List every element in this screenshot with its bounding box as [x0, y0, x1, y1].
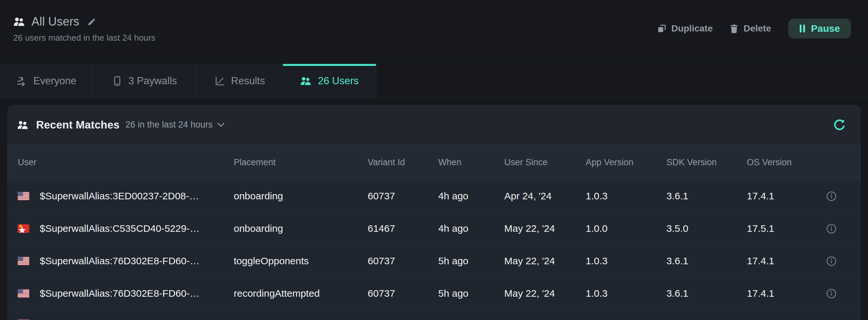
info-button[interactable]	[826, 256, 836, 266]
column-header: User	[7, 157, 234, 168]
os-version-cell: 17.4.1	[747, 288, 811, 299]
table-row[interactable]: $SuperwallAlias:76D302E8-FD60-… toggleOp…	[7, 245, 861, 277]
trash-icon	[730, 24, 738, 33]
tab-results[interactable]: Results	[196, 64, 283, 98]
column-header: User Since	[504, 157, 586, 168]
os-version-cell: 17.4.1	[747, 255, 811, 266]
users-icon	[17, 120, 29, 130]
delete-button[interactable]: Delete	[730, 23, 771, 34]
user-since-cell: May 22, '24	[504, 288, 586, 299]
table-row[interactable]: $SuperwallAlias:C535CD40-5229-… onboardi…	[7, 212, 861, 245]
app-version-cell: 1.0.3	[586, 288, 666, 299]
info-button[interactable]	[826, 288, 836, 299]
phone-icon	[112, 75, 122, 86]
table-row[interactable]: $SuperwallAlias:76D302E8-FD60-… recordin…	[7, 277, 861, 310]
panel-title: Recent Matches	[36, 119, 120, 131]
user-alias: $SuperwallAlias:3ED00237-2D08-…	[40, 190, 199, 202]
tab-bar: Everyone 3 Paywalls Results 26 Users	[0, 64, 868, 98]
column-header: SDK Version	[666, 157, 747, 168]
country-flag	[18, 289, 29, 298]
chevron-down-icon	[217, 122, 224, 127]
info-icon	[826, 288, 836, 299]
user-alias: $SuperwallAlias:76D302E8-FD60-…	[40, 288, 199, 299]
info-button[interactable]	[826, 224, 836, 234]
os-version-cell: 17.4.1	[747, 190, 811, 202]
app-version-cell: 1.0.3	[586, 255, 666, 266]
column-header: App Version	[586, 157, 666, 168]
sdk-version-cell: 3.6.1	[666, 255, 747, 266]
sdk-version-cell: 3.5.0	[666, 223, 747, 234]
placement-cell: onboarding	[234, 223, 368, 234]
when-cell: 4h ago	[438, 223, 504, 234]
variant-id-cell: 60737	[368, 190, 438, 202]
user-since-cell: May 22, '24	[504, 223, 586, 234]
country-flag	[18, 192, 29, 200]
info-icon	[826, 256, 836, 266]
user-since-cell: May 22, '24	[504, 255, 586, 266]
column-header: When	[438, 157, 504, 168]
user-since-cell: Apr 24, '24	[504, 190, 586, 202]
country-flag	[18, 257, 29, 265]
info-icon	[826, 224, 836, 234]
page-title: All Users	[32, 15, 80, 29]
audience-split-icon	[17, 75, 28, 86]
table-header-row: User Placement Variant Id When User Sinc…	[7, 145, 861, 180]
time-range-dropdown[interactable]: 26 in the last 24 hours	[125, 120, 224, 130]
sdk-version-cell: 3.6.1	[666, 288, 747, 299]
when-cell: 5h ago	[438, 288, 504, 299]
duplicate-icon	[657, 24, 666, 33]
pause-icon	[799, 24, 806, 33]
placement-cell: recordingAttempted	[234, 288, 368, 299]
table-row[interactable]: $SuperwallAlias:3ED00237-2D08-… onboardi…	[7, 180, 861, 212]
app-version-cell: 1.0.0	[586, 223, 666, 234]
app-version-cell: 1.0.3	[586, 190, 666, 202]
country-flag	[18, 224, 29, 233]
table-row-partial	[7, 310, 861, 320]
page-subtitle: 26 users matched in the last 24 hours	[13, 33, 156, 43]
variant-id-cell: 60737	[368, 288, 438, 299]
user-alias: $SuperwallAlias:76D302E8-FD60-…	[40, 255, 199, 266]
pause-button[interactable]: Pause	[788, 19, 851, 38]
recent-matches-panel: Recent Matches 26 in the last 24 hours U…	[7, 105, 861, 320]
os-version-cell: 17.5.1	[747, 223, 811, 234]
duplicate-button[interactable]: Duplicate	[657, 23, 713, 34]
column-header: Variant Id	[368, 157, 438, 168]
column-header: OS Version	[747, 157, 811, 168]
table-body: $SuperwallAlias:3ED00237-2D08-… onboardi…	[7, 180, 861, 310]
when-cell: 4h ago	[438, 190, 504, 202]
tab-users[interactable]: 26 Users	[283, 64, 376, 98]
refresh-icon	[833, 118, 846, 132]
variant-id-cell: 61467	[368, 223, 438, 234]
info-icon	[826, 191, 836, 201]
chart-curve-icon	[214, 75, 225, 86]
placement-cell: onboarding	[234, 190, 368, 202]
sdk-version-cell: 3.6.1	[666, 190, 747, 202]
users-icon	[300, 76, 312, 86]
info-button[interactable]	[826, 191, 836, 201]
user-alias: $SuperwallAlias:C535CD40-5229-…	[40, 223, 199, 234]
users-icon	[13, 16, 26, 27]
tab-paywalls[interactable]: 3 Paywalls	[93, 64, 196, 98]
placement-cell: toggleOpponents	[234, 255, 368, 266]
refresh-button[interactable]	[831, 117, 848, 133]
tab-everyone[interactable]: Everyone	[0, 64, 93, 98]
panel-header: Recent Matches 26 in the last 24 hours	[7, 105, 861, 145]
when-cell: 5h ago	[438, 255, 504, 266]
page-header: All Users 26 users matched in the last 2…	[0, 0, 868, 64]
pencil-icon[interactable]	[87, 17, 96, 26]
variant-id-cell: 60737	[368, 255, 438, 266]
column-header: Placement	[234, 157, 368, 168]
